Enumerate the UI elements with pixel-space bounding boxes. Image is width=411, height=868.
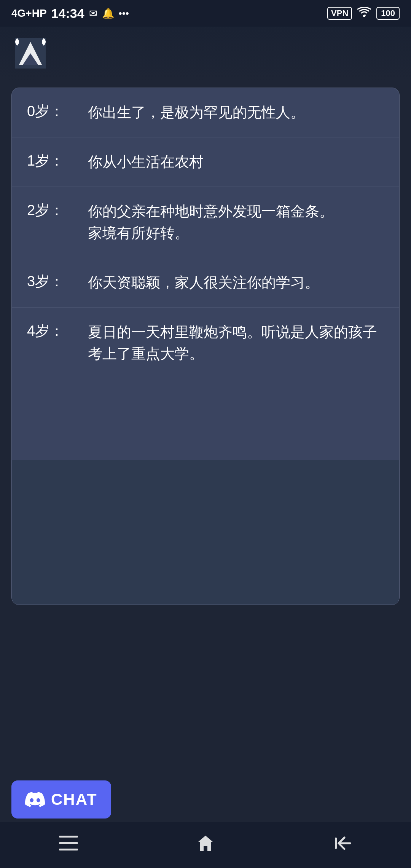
story-entry-content: 0岁：你出生了，是极为罕见的无性人。 — [27, 102, 384, 123]
status-right: VPN 100 — [327, 7, 400, 20]
story-entry: 4岁：夏日的一天村里鞭炮齐鸣。听说是人家的孩子考上了重点大学。 — [12, 308, 399, 460]
svg-rect-3 — [59, 842, 78, 844]
story-age-label: 0岁： — [27, 102, 88, 121]
notification-icon: 🔔 — [102, 8, 114, 19]
battery-indicator: 100 — [376, 7, 400, 20]
story-entry: 0岁：你出生了，是极为罕见的无性人。 — [12, 88, 399, 137]
nav-bar — [0, 822, 411, 868]
story-card: 0岁：你出生了，是极为罕见的无性人。1岁：你从小生活在农村2岁：你的父亲在种地时… — [11, 88, 400, 605]
story-age-label: 3岁： — [27, 272, 88, 291]
story-text-content: 你从小生活在农村 — [88, 151, 384, 173]
story-entry: 1岁：你从小生活在农村 — [12, 137, 399, 187]
svg-rect-5 — [335, 838, 337, 849]
email-icon: ✉ — [89, 8, 97, 19]
story-entry-content: 2岁：你的父亲在种地时意外发现一箱金条。家境有所好转。 — [27, 201, 384, 244]
chat-label: CHAT — [51, 790, 97, 809]
story-empty-area — [12, 460, 399, 605]
story-entry-content: 4岁：夏日的一天村里鞭炮齐鸣。听说是人家的孩子考上了重点大学。 — [27, 321, 384, 365]
story-text-content: 你天资聪颖，家人很关注你的学习。 — [88, 272, 384, 294]
main-content: 0岁：你出生了，是极为罕见的无性人。1岁：你从小生活在农村2岁：你的父亲在种地时… — [0, 80, 411, 613]
story-age-label: 1岁： — [27, 151, 88, 171]
story-entry-content: 3岁：你天资聪颖，家人很关注你的学习。 — [27, 272, 384, 294]
story-age-label: 4岁： — [27, 321, 88, 341]
story-entry: 3岁：你天资聪颖，家人很关注你的学习。 — [12, 258, 399, 308]
svg-rect-2 — [59, 836, 78, 838]
chat-button[interactable]: CHAT — [11, 780, 111, 819]
status-left: 4G+HP 14:34 ✉ 🔔 ••• — [11, 6, 129, 21]
story-text-content: 你出生了，是极为罕见的无性人。 — [88, 102, 384, 123]
svg-point-0 — [363, 15, 365, 17]
wifi-icon — [357, 7, 371, 20]
app-logo — [11, 34, 49, 72]
app-header — [0, 27, 411, 80]
story-entry-content: 1岁：你从小生活在农村 — [27, 151, 384, 173]
back-nav-icon[interactable] — [333, 834, 352, 857]
status-bar: 4G+HP 14:34 ✉ 🔔 ••• VPN 100 — [0, 0, 411, 27]
vpn-badge: VPN — [327, 7, 352, 20]
discord-icon — [25, 790, 45, 809]
story-entry: 2岁：你的父亲在种地时意外发现一箱金条。家境有所好转。 — [12, 187, 399, 258]
story-age-label: 2岁： — [27, 201, 88, 220]
home-nav-icon[interactable] — [196, 834, 215, 857]
more-icon: ••• — [119, 8, 129, 19]
signal-strength: 4G+HP — [11, 7, 47, 19]
svg-rect-4 — [59, 849, 78, 850]
story-text-content: 夏日的一天村里鞭炮齐鸣。听说是人家的孩子考上了重点大学。 — [88, 321, 384, 365]
status-time: 14:34 — [51, 6, 84, 21]
bottom-area: CHAT — [0, 780, 411, 819]
menu-nav-icon[interactable] — [59, 836, 78, 855]
story-text-content: 你的父亲在种地时意外发现一箱金条。家境有所好转。 — [88, 201, 384, 244]
